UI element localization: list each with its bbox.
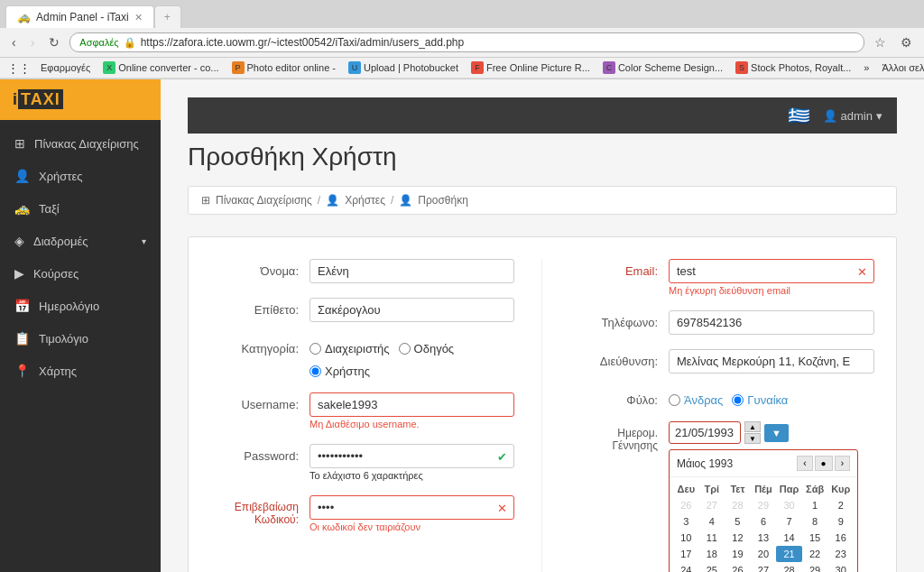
sidebar-item-calendar[interactable]: 📅 Ημερολόγιο: [0, 290, 161, 322]
cal-day[interactable]: 2: [827, 497, 854, 513]
category-admin-option[interactable]: Διαχειριστής: [310, 342, 390, 355]
cal-day[interactable]: 28: [776, 562, 802, 572]
username-field-row: Username: Μη Διαθέσιμο username.: [210, 392, 514, 429]
cal-day[interactable]: 24: [673, 562, 699, 572]
cal-day[interactable]: 1: [802, 497, 828, 513]
sidebar-item-rides[interactable]: ▶ Κούρσες: [0, 257, 161, 290]
cal-day[interactable]: 3: [673, 513, 699, 530]
cal-day[interactable]: 14: [776, 530, 802, 546]
cal-day[interactable]: 27: [699, 497, 725, 513]
gender-female-radio[interactable]: [732, 394, 744, 406]
cal-day[interactable]: 26: [725, 562, 751, 572]
bookmark-photobucket[interactable]: UUpload | Photobucket: [346, 60, 461, 75]
topnav-bar: 🇬🇷 👤 admin ▾: [188, 97, 897, 134]
password-input[interactable]: [310, 444, 514, 468]
category-user-option[interactable]: Χρήστης: [310, 364, 370, 378]
breadcrumb-dashboard-link[interactable]: Πίνακας Διαχείρισης: [216, 194, 312, 207]
cal-day-selected[interactable]: 21: [776, 546, 802, 562]
bookmark-others[interactable]: Άλλοι σελιδοδείκτες: [879, 61, 924, 74]
sidebar-item-users[interactable]: 👤 Χρήστες: [0, 160, 161, 192]
lastname-input[interactable]: [310, 298, 514, 322]
cal-day[interactable]: 15: [802, 530, 828, 546]
cal-day[interactable]: 10: [673, 530, 699, 546]
category-user-radio[interactable]: [310, 365, 321, 377]
bookmark-free-online[interactable]: FFree Online Picture R...: [468, 60, 593, 75]
bookmark-more[interactable]: »: [861, 61, 872, 74]
cal-day[interactable]: 16: [827, 530, 854, 546]
bookmark-color-scheme[interactable]: CColor Scheme Design...: [600, 60, 725, 75]
cal-day[interactable]: 23: [827, 546, 854, 562]
calendar-prev-button[interactable]: ‹: [797, 456, 812, 471]
category-driver-option[interactable]: Οδηγός: [399, 342, 455, 355]
extensions-button[interactable]: ⚙: [896, 33, 917, 51]
dropdown-arrow-icon: ▾: [876, 109, 882, 123]
flag-button[interactable]: 🇬🇷: [788, 105, 810, 126]
calendar-toggle-button[interactable]: ▼: [764, 424, 789, 442]
phone-input[interactable]: [669, 310, 874, 335]
cal-day[interactable]: 30: [776, 497, 802, 513]
breadcrumb-sep1: /: [318, 194, 320, 207]
invoice-icon: 📋: [14, 331, 30, 346]
cal-day[interactable]: 12: [725, 530, 751, 546]
cal-day[interactable]: 30: [827, 562, 854, 572]
date-decrement-button[interactable]: ▼: [744, 433, 761, 444]
calendar-next-button[interactable]: ›: [835, 456, 850, 471]
forward-button[interactable]: ›: [26, 33, 40, 51]
logo-text: iTAXI: [13, 90, 63, 109]
sidebar-item-map[interactable]: 📍 Χάρτης: [0, 355, 161, 387]
cal-day[interactable]: 25: [699, 562, 725, 572]
cal-day[interactable]: 18: [699, 546, 725, 562]
cal-day[interactable]: 17: [673, 546, 699, 562]
sidebar-item-taxi[interactable]: 🚕 Ταξί: [0, 192, 161, 225]
confirm-input[interactable]: [310, 495, 514, 520]
form-left-column: Όνομα: Επίθετο:: [210, 259, 542, 572]
cal-day[interactable]: 9: [827, 513, 854, 530]
email-input[interactable]: [669, 259, 874, 283]
cal-day[interactable]: 7: [776, 513, 802, 530]
name-input[interactable]: [310, 259, 514, 283]
cal-day[interactable]: 8: [802, 513, 828, 530]
admin-dropdown[interactable]: 👤 admin ▾: [823, 109, 882, 123]
calendar-today-button[interactable]: ●: [815, 456, 833, 471]
date-increment-button[interactable]: ▲: [744, 421, 761, 432]
category-driver-radio[interactable]: [399, 343, 411, 355]
bookmark-stock-photos[interactable]: SStock Photos, Royalt...: [733, 60, 854, 75]
sidebar-item-routes[interactable]: ◈ Διαδρομές ▾: [0, 225, 161, 257]
cal-day[interactable]: 27: [751, 562, 777, 572]
active-tab[interactable]: 🚕 Admin Panel - iTaxi ✕: [5, 5, 154, 28]
gender-male-radio[interactable]: [669, 394, 680, 406]
category-admin-radio[interactable]: [310, 343, 321, 355]
cal-day[interactable]: 26: [673, 497, 699, 513]
reload-button[interactable]: ↻: [44, 33, 64, 51]
back-button[interactable]: ‹: [7, 33, 21, 51]
cal-day[interactable]: 11: [699, 530, 725, 546]
username-input[interactable]: [310, 392, 514, 417]
address-input[interactable]: [669, 349, 874, 374]
cal-day[interactable]: 20: [751, 546, 777, 562]
gender-male-option[interactable]: Άνδρας: [669, 393, 723, 407]
cal-day[interactable]: 19: [725, 546, 751, 562]
new-tab[interactable]: +: [154, 5, 181, 28]
user-avatar-icon: 👤: [823, 109, 837, 123]
bookmark-apps[interactable]: Εφαρμογές: [38, 61, 93, 74]
cal-day[interactable]: 13: [751, 530, 777, 546]
url-input[interactable]: Ασφαλές 🔒 https://zafora.icte.uowm.gr/~i…: [69, 32, 864, 52]
sidebar-item-dashboard[interactable]: ⊞ Πίνακας Διαχείρισης: [0, 127, 161, 160]
gender-female-option[interactable]: Γυναίκα: [732, 393, 788, 407]
confirm-error-icon: ✕: [497, 501, 507, 514]
bookmark-photo-editor[interactable]: PPhoto editor online -: [229, 60, 338, 75]
cal-day[interactable]: 28: [725, 497, 751, 513]
cal-day[interactable]: 29: [751, 497, 777, 513]
bookmark-star-button[interactable]: ☆: [870, 33, 891, 51]
breadcrumb-users-link[interactable]: Χρήστες: [345, 194, 385, 207]
sidebar-item-invoice[interactable]: 📋 Τιμολόγιο: [0, 322, 161, 355]
cal-day[interactable]: 29: [802, 562, 828, 572]
bookmark-converter[interactable]: XOnline converter - co...: [100, 60, 221, 75]
date-input[interactable]: [669, 421, 741, 444]
cal-day[interactable]: 5: [725, 513, 751, 530]
cal-day[interactable]: 22: [802, 546, 828, 562]
address-label: Διεύθυνση:: [569, 349, 669, 368]
cal-day[interactable]: 6: [751, 513, 777, 530]
cal-day[interactable]: 4: [699, 513, 725, 530]
tab-close-button[interactable]: ✕: [134, 12, 143, 23]
